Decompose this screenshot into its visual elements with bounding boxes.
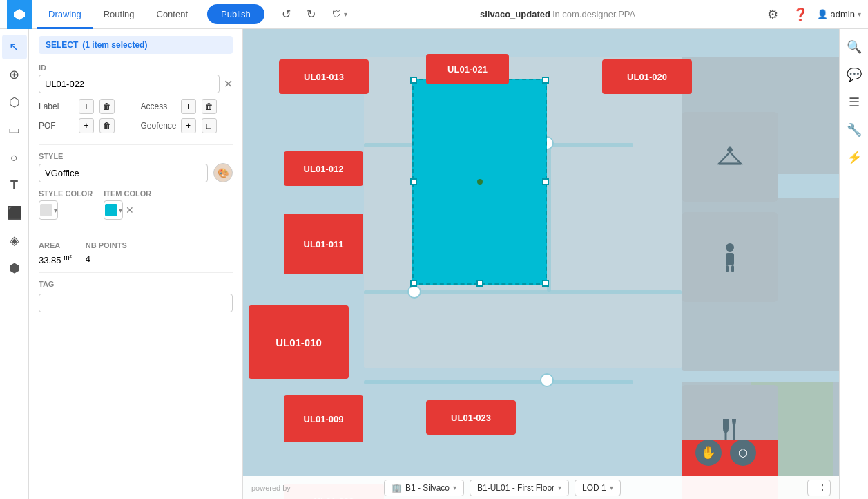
right-tools-btn[interactable]: 🔧 [842, 117, 867, 142]
circle-tool[interactable]: ○ [2, 145, 27, 170]
pof-add-btn[interactable]: + [79, 118, 94, 133]
action-btn-2[interactable]: ⬡ [730, 440, 756, 466]
selected-room[interactable] [412, 79, 547, 285]
right-search-btn[interactable]: 🔍 [842, 35, 867, 59]
tag-tool[interactable]: ⬢ [2, 256, 27, 281]
area-label: AREA [39, 241, 72, 249]
right-comment-btn[interactable]: 💬 [842, 62, 867, 87]
item-color-clear[interactable]: ✕ [126, 205, 134, 216]
pof-row: POF + 🗑 [39, 118, 131, 133]
canvas-area[interactable]: UL01-013 UL01-021 UL01-020 UL01-012 UL01… [243, 29, 839, 499]
id-input[interactable] [39, 75, 220, 93]
action-btn-1[interactable]: ✋ [695, 440, 722, 466]
location-tool[interactable]: ⊕ [2, 62, 27, 87]
node-3 [540, 373, 554, 387]
room-label-ul01-010[interactable]: UL01-010 [249, 305, 349, 379]
right-list-btn[interactable]: ☰ [842, 90, 867, 115]
handle-tr[interactable] [542, 77, 549, 84]
lod-label: LOD 1 [582, 483, 606, 493]
room-label-ul01-012[interactable]: UL01-012 [284, 151, 363, 186]
handle-bl[interactable] [410, 280, 417, 287]
style-select[interactable]: VGoffice [39, 164, 208, 182]
handle-ml[interactable] [410, 178, 417, 185]
tab-routing[interactable]: Routing [93, 0, 146, 29]
user-caret: ▾ [858, 10, 861, 18]
style-palette-btn[interactable]: 🎨 [213, 163, 233, 182]
cursor-tool[interactable]: ↖ [2, 35, 27, 59]
id-clear-button[interactable]: ✕ [224, 77, 233, 91]
floor-label: B1-UL01 - First Floor [477, 483, 554, 493]
building-icon: 🏢 [392, 483, 402, 493]
room-label-ul01-013[interactable]: UL01-013 [279, 59, 369, 94]
svg-point-2 [726, 243, 734, 252]
undo-button[interactable]: ↺ [276, 3, 298, 26]
room-label-ul01-009[interactable]: UL01-009 [284, 395, 363, 442]
pof-del-btn[interactable]: 🗑 [99, 118, 115, 133]
selection-bar: SELECT (1 item selected) [39, 36, 233, 54]
settings-button[interactable]: ⚙ [762, 3, 784, 26]
style-label: STYLE [39, 152, 233, 160]
access-row: Access + 🗑 [141, 99, 233, 114]
map-tool[interactable]: ◈ [2, 228, 27, 253]
shield-caret: ▾ [344, 10, 347, 18]
handle-mr[interactable] [542, 178, 549, 185]
rectangle-tool[interactable]: ▭ [2, 117, 27, 142]
right-sidebar: 🔍 💬 ☰ 🔧 ⚡ [839, 29, 868, 499]
handle-br[interactable] [542, 280, 549, 287]
room-label-ul01-011[interactable]: UL01-011 [284, 214, 363, 274]
powered-by: powered by [251, 484, 291, 492]
room-icon-hanger [682, 112, 778, 202]
help-button[interactable]: ❓ [789, 3, 811, 26]
properties-panel: SELECT (1 item selected) ID ✕ Label + 🗑 … [29, 29, 243, 499]
svg-rect-5 [731, 265, 734, 272]
layers-tool[interactable]: ⬛ [2, 200, 27, 225]
geofence-checkbox[interactable]: □ [202, 118, 217, 133]
tag-label: TAG [39, 280, 233, 288]
label-add-btn[interactable]: + [79, 99, 94, 114]
connector-h3 [364, 380, 633, 384]
access-label: Access [141, 102, 175, 111]
filename: silvaco_updated [480, 9, 550, 19]
area-value: 33.85 m² [39, 254, 72, 265]
access-add-btn[interactable]: + [181, 99, 196, 114]
lod-caret: ▾ [610, 484, 613, 491]
shield-button[interactable]: 🛡 ▾ [325, 6, 354, 23]
polygon-tool[interactable]: ⬡ [2, 90, 27, 115]
tab-content[interactable]: Content [146, 0, 200, 29]
pof-label: POF [39, 121, 73, 131]
id-label: ID [39, 64, 233, 72]
floor-selector[interactable]: B1-UL01 - First Floor ▾ [470, 480, 569, 496]
room-label-ul01-021[interactable]: UL01-021 [426, 54, 509, 84]
text-tool[interactable]: T [2, 173, 27, 198]
handle-bm[interactable] [476, 280, 483, 287]
fullscreen-btn[interactable]: ⛶ [807, 480, 831, 496]
tag-input[interactable] [39, 294, 233, 312]
building-label: B1 - Silvaco [405, 483, 450, 493]
nb-points-value: 4 [86, 254, 127, 264]
label-del-btn[interactable]: 🗑 [99, 99, 115, 114]
building-selector[interactable]: 🏢 B1 - Silvaco ▾ [384, 480, 464, 496]
topbar: Drawing Routing Content Publish ↺ ↻ 🛡 ▾ … [0, 0, 868, 29]
item-color-label: ITEM COLOR [104, 189, 151, 198]
user-button[interactable]: 👤 admin ▾ [817, 9, 861, 19]
file-info: silvaco_updated in com.designer.PPA [354, 9, 762, 19]
select-label: SELECT [46, 40, 78, 50]
nb-points-label: NB POINTS [86, 241, 127, 249]
access-del-btn[interactable]: 🗑 [202, 99, 217, 114]
right-lightning-btn[interactable]: ⚡ [842, 145, 867, 170]
style-color-swatch[interactable]: ▾ [39, 200, 58, 220]
shield-icon: 🛡 [332, 9, 341, 19]
room-label-ul01-023[interactable]: UL01-023 [426, 400, 516, 435]
label-row: Label + 🗑 [39, 99, 131, 114]
room-label-ul01-020[interactable]: UL01-020 [602, 59, 692, 94]
redo-button[interactable]: ↻ [300, 3, 322, 26]
label-field-label: Label [39, 102, 73, 111]
item-color-swatch[interactable]: ▾ [104, 200, 123, 220]
floor-caret: ▾ [558, 484, 561, 491]
left-toolbar: ↖ ⊕ ⬡ ▭ ○ T ⬛ ◈ ⬢ [0, 29, 29, 499]
publish-button[interactable]: Publish [207, 4, 264, 24]
geofence-add-btn[interactable]: + [181, 118, 196, 133]
lod-selector[interactable]: LOD 1 ▾ [575, 480, 621, 496]
handle-tl[interactable] [410, 77, 417, 84]
tab-drawing[interactable]: Drawing [37, 0, 93, 29]
